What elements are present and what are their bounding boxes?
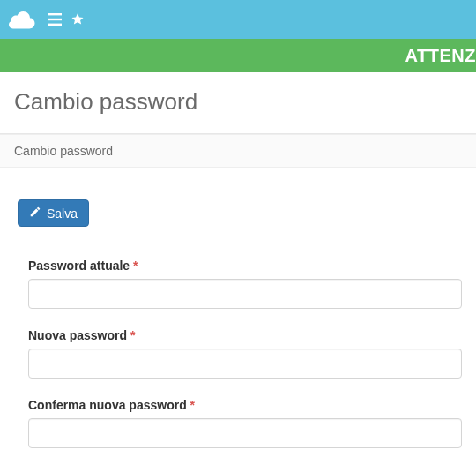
save-button-top-label: Salva	[47, 206, 78, 221]
cloud-logo-icon	[9, 10, 35, 29]
confirm-password-group: Conferma nuova password *	[28, 398, 462, 448]
alert-banner-text: ATTENZ	[405, 46, 476, 66]
confirm-password-input[interactable]	[28, 418, 462, 448]
svg-rect-0	[48, 13, 62, 15]
alert-banner: ATTENZ	[0, 39, 476, 72]
svg-rect-2	[48, 24, 62, 26]
save-button-top[interactable]: Salva	[18, 199, 89, 227]
page-header: Cambio password	[0, 72, 476, 134]
new-password-label: Nuova password *	[28, 328, 462, 342]
star-icon[interactable]	[71, 12, 85, 26]
confirm-password-label: Conferma nuova password *	[28, 398, 462, 412]
current-password-input[interactable]	[28, 279, 462, 309]
required-marker: *	[130, 328, 135, 342]
content-area: Salva Password attuale * Nuova password …	[0, 168, 476, 465]
new-password-input[interactable]	[28, 349, 462, 379]
required-marker: *	[190, 398, 195, 412]
svg-rect-1	[48, 19, 62, 20]
topbar	[0, 0, 476, 39]
confirm-password-label-text: Conferma nuova password	[28, 398, 187, 412]
breadcrumb: Cambio password	[0, 134, 476, 168]
new-password-group: Nuova password *	[28, 328, 462, 379]
new-password-label-text: Nuova password	[28, 328, 127, 342]
current-password-label: Password attuale *	[28, 259, 462, 273]
password-form: Password attuale * Nuova password * Conf…	[18, 227, 462, 465]
menu-icon[interactable]	[48, 13, 62, 26]
page-title: Cambio password	[14, 88, 462, 116]
edit-icon	[29, 206, 41, 221]
current-password-label-text: Password attuale	[28, 259, 130, 273]
required-marker: *	[133, 259, 138, 273]
breadcrumb-text: Cambio password	[14, 144, 113, 158]
current-password-group: Password attuale *	[28, 259, 462, 309]
